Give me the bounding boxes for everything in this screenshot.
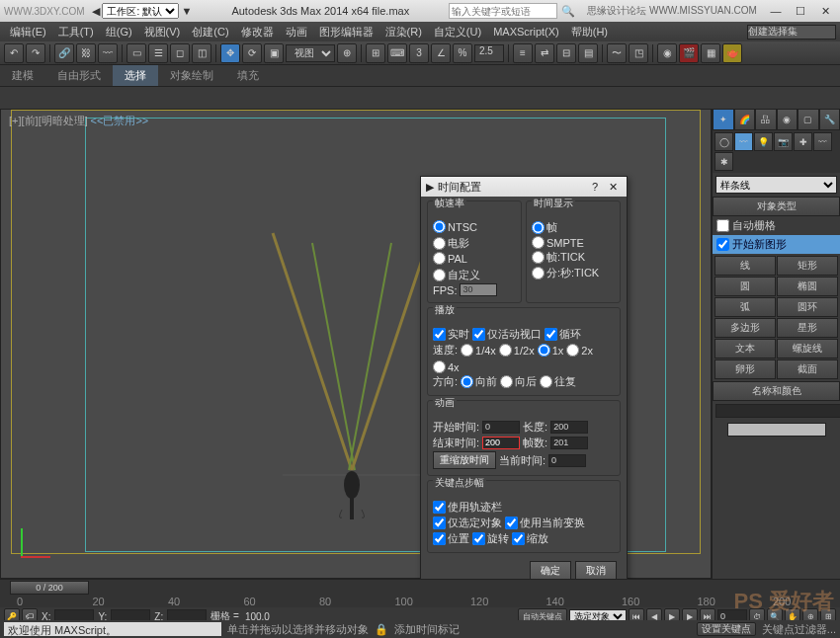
- layer-button[interactable]: ▤: [578, 43, 598, 63]
- cancel-button[interactable]: 取消: [575, 561, 617, 581]
- menu-group[interactable]: 组(G): [100, 23, 138, 41]
- select-rect-button[interactable]: ◻: [170, 43, 190, 63]
- manipulate-button[interactable]: ⊞: [366, 43, 385, 63]
- time-ruler[interactable]: 020 4060 80100 120140 160180 200: [0, 596, 840, 607]
- add-time-tag[interactable]: 添加时间标记: [394, 622, 460, 637]
- menu-animation[interactable]: 动画: [280, 23, 313, 41]
- frame-count-spinner[interactable]: 201: [550, 437, 588, 449]
- cameras-icon[interactable]: 📷: [774, 132, 793, 151]
- length-spinner[interactable]: 200: [550, 421, 588, 434]
- ribbon-object-paint[interactable]: 对象绘制: [158, 65, 225, 86]
- render-button[interactable]: 🫖: [722, 43, 742, 63]
- material-editor-button[interactable]: ◉: [657, 43, 677, 63]
- rollout-title2[interactable]: 名称和颜色: [713, 381, 840, 401]
- select-scale-button[interactable]: ▣: [264, 43, 284, 63]
- dir-reverse-radio[interactable]: [500, 375, 513, 388]
- ribbon-populate[interactable]: 填充: [225, 65, 271, 86]
- rescale-time-button[interactable]: 重缩放时间: [433, 451, 496, 469]
- dialog-help-icon[interactable]: ?: [586, 181, 604, 193]
- arrow-down-icon[interactable]: ▼: [181, 5, 192, 17]
- angle-snap-button[interactable]: ∠: [431, 43, 451, 63]
- undo-button[interactable]: ↶: [4, 43, 24, 63]
- speed-2x-radio[interactable]: [566, 344, 579, 357]
- ngon-button[interactable]: 多边形: [714, 318, 776, 338]
- select-object-button[interactable]: ▭: [126, 43, 146, 63]
- fps-spinner[interactable]: 30: [460, 283, 497, 296]
- line-button[interactable]: 线: [714, 256, 776, 276]
- active-viewport-checkbox[interactable]: [472, 328, 485, 341]
- create-tab-icon[interactable]: ✦: [713, 109, 734, 130]
- end-time-spinner[interactable]: 200: [482, 437, 520, 449]
- select-name-button[interactable]: ☰: [148, 43, 168, 63]
- ntsc-radio[interactable]: [433, 220, 446, 233]
- search-icon[interactable]: 🔍: [561, 5, 575, 18]
- unlink-button[interactable]: ⛓: [76, 43, 96, 63]
- curve-editor-button[interactable]: 〜: [607, 43, 627, 63]
- shape-type-dropdown[interactable]: 样条线: [715, 176, 837, 194]
- dialog-titlebar[interactable]: ▶ 时间配置 ? ✕: [421, 177, 627, 197]
- use-current-transform-checkbox[interactable]: [505, 517, 518, 529]
- render-setup-button[interactable]: 🎬: [679, 43, 699, 63]
- selected-only-checkbox[interactable]: [433, 517, 446, 529]
- pal-radio[interactable]: [433, 252, 446, 265]
- current-time-spinner[interactable]: 0: [548, 454, 586, 467]
- workspace-dropdown[interactable]: 工作区: 默认: [102, 3, 179, 19]
- menu-rendering[interactable]: 渲染(R): [379, 23, 428, 41]
- key-filters-link[interactable]: 关键点过滤器...: [762, 622, 836, 637]
- modify-tab-icon[interactable]: 🌈: [734, 109, 756, 130]
- ribbon-freeform[interactable]: 自由形式: [45, 65, 113, 86]
- film-radio[interactable]: [433, 237, 446, 250]
- lights-icon[interactable]: 💡: [754, 132, 773, 151]
- speed-1-4-radio[interactable]: [461, 344, 473, 357]
- speed-1-2-radio[interactable]: [499, 344, 512, 357]
- percent-snap-button[interactable]: %: [453, 43, 472, 63]
- ref-coord-dropdown[interactable]: 视图: [286, 44, 335, 62]
- named-selection-input[interactable]: [747, 25, 836, 40]
- named-sel-button[interactable]: ≡: [513, 43, 533, 63]
- rectangle-button[interactable]: 矩形: [777, 256, 838, 276]
- workspace-selector[interactable]: ◀ 工作区: 默认 ▼: [92, 3, 192, 19]
- ribbon-modeling[interactable]: 建模: [0, 65, 45, 86]
- menu-maxscript[interactable]: MAXScript(X): [487, 24, 565, 40]
- select-move-button[interactable]: ✥: [220, 43, 240, 63]
- menu-help[interactable]: 帮助(H): [565, 23, 614, 41]
- smpte-radio[interactable]: [532, 236, 545, 249]
- pivot-button[interactable]: ⊕: [337, 43, 357, 63]
- maxscript-prompt[interactable]: 欢迎使用 MAXScript。: [4, 622, 221, 636]
- arrow-left-icon[interactable]: ◀: [92, 5, 100, 18]
- display-tab-icon[interactable]: ▢: [798, 109, 819, 130]
- helix-button[interactable]: 螺旋线: [777, 339, 838, 359]
- motion-tab-icon[interactable]: ◉: [777, 109, 798, 130]
- bind-spacewarp-button[interactable]: 〰: [98, 43, 118, 63]
- menu-graph-editors[interactable]: 图形编辑器: [313, 23, 379, 41]
- menu-create[interactable]: 创建(C): [186, 23, 234, 41]
- hierarchy-tab-icon[interactable]: 品: [755, 109, 777, 130]
- set-key-button[interactable]: 设置关键点: [697, 622, 756, 636]
- menu-edit[interactable]: 编辑(E): [4, 23, 52, 41]
- dir-pingpong-radio[interactable]: [540, 375, 552, 388]
- menu-tools[interactable]: 工具(T): [52, 23, 100, 41]
- circle-button[interactable]: 圆: [714, 277, 776, 296]
- select-rotate-button[interactable]: ⟳: [242, 43, 262, 63]
- text-button[interactable]: 文本: [714, 339, 776, 359]
- time-slider-thumb[interactable]: 0 / 200: [10, 581, 89, 595]
- snap-toggle-button[interactable]: 3: [409, 43, 429, 63]
- rollout-title[interactable]: 对象类型: [713, 197, 840, 216]
- menu-customize[interactable]: 自定义(U): [428, 23, 487, 41]
- frames-radio[interactable]: [532, 221, 545, 234]
- start-new-shape-checkbox[interactable]: [716, 238, 729, 251]
- ellipse-button[interactable]: 椭圆: [777, 277, 838, 296]
- schematic-view-button[interactable]: ◳: [629, 43, 648, 63]
- star-button[interactable]: 星形: [777, 318, 838, 338]
- custom-radio[interactable]: [433, 269, 446, 281]
- angle-value[interactable]: 2.5: [474, 44, 504, 62]
- window-crossing-button[interactable]: ◫: [192, 43, 211, 63]
- render-frame-button[interactable]: ▦: [701, 43, 720, 63]
- realtime-checkbox[interactable]: [433, 328, 446, 341]
- speed-4x-radio[interactable]: [433, 360, 446, 373]
- geometry-icon[interactable]: ◯: [714, 132, 733, 151]
- arc-button[interactable]: 弧: [714, 297, 776, 317]
- autogrid-checkbox[interactable]: [716, 219, 729, 232]
- link-button[interactable]: 🔗: [54, 43, 74, 63]
- shapes-icon[interactable]: 〰: [734, 132, 753, 151]
